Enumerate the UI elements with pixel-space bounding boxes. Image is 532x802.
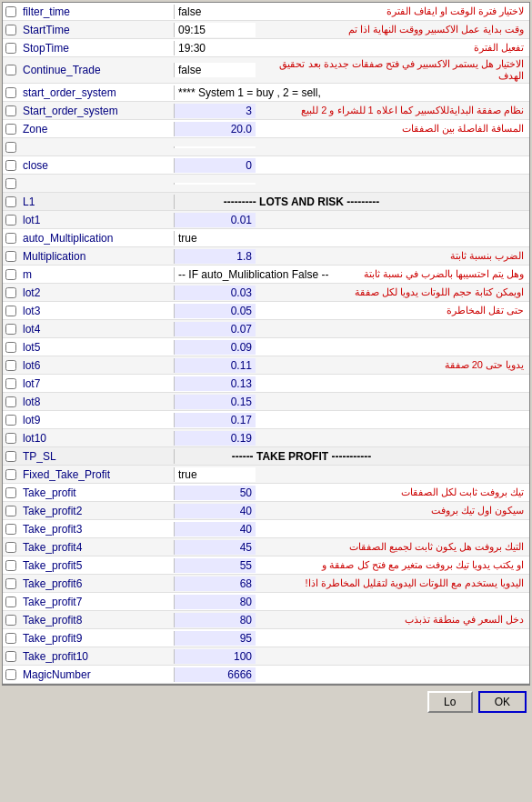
checkbox-Start_order_system[interactable] (3, 105, 19, 117)
param-value-Take_profit2[interactable]: 40 (174, 504, 256, 518)
checkbox-filter_time[interactable] (3, 5, 19, 18)
checkbox-lot1[interactable] (3, 214, 19, 226)
checkbox-Take_profit5[interactable] (3, 559, 19, 572)
checkbox-Take_profit9[interactable] (3, 632, 19, 645)
param-name-lot6: lot6 (19, 358, 174, 373)
checkbox-StopTime[interactable] (3, 42, 19, 55)
param-value-MagicNumber[interactable]: 6666 (174, 667, 256, 682)
checkbox-Take_profit2[interactable] (3, 505, 19, 517)
checkbox-Fixed_Take_Profit[interactable] (3, 468, 19, 481)
param-comment-filter_time: لاختيار فترة الوقت او ايقاف الفترة (256, 5, 529, 18)
param-value-Take_profit6[interactable]: 68 (174, 576, 256, 591)
param-value-Take_profit10[interactable]: 100 (174, 649, 256, 664)
checkbox-blank1[interactable] (3, 141, 19, 154)
param-name-StartTime: StartTime (19, 23, 174, 37)
param-value-lot3[interactable]: 0.05 (174, 304, 256, 318)
param-value-auto_Multiplication[interactable]: true (174, 231, 256, 246)
load-button[interactable]: Lo (427, 691, 473, 713)
param-value-filter_time[interactable]: false (174, 5, 256, 19)
checkbox-L1[interactable] (3, 195, 19, 208)
checkbox-lot2[interactable] (3, 286, 19, 299)
checkbox-Continue_Trade[interactable] (3, 64, 19, 76)
checkbox-lot4[interactable] (3, 323, 19, 336)
param-value-lot8[interactable]: 0.15 (174, 395, 256, 409)
param-value-Take_profit7[interactable]: 80 (174, 595, 256, 609)
param-value-TP_SL[interactable]: ------ TAKE PROFIT ----------- (174, 449, 428, 464)
param-value-Fixed_Take_Profit[interactable]: true (174, 467, 256, 482)
checkbox-Take_profit[interactable] (3, 486, 19, 499)
checkbox-lot7[interactable] (3, 377, 19, 390)
param-value-lot5[interactable]: 0.09 (174, 340, 256, 355)
checkbox-lot8[interactable] (3, 396, 19, 408)
param-value-Take_profit[interactable]: 50 (174, 486, 256, 500)
checkbox-blank3[interactable] (3, 177, 19, 190)
param-value-blank1[interactable] (174, 146, 256, 148)
param-name-lot10: lot10 (19, 431, 174, 446)
checkbox-auto_Multiplication[interactable] (3, 232, 19, 245)
param-value-Take_profit8[interactable]: 80 (174, 613, 256, 627)
checkbox-start_order_system[interactable] (3, 86, 19, 99)
checkbox-Take_profit7[interactable] (3, 596, 19, 608)
param-comment-m: وهل يتم احتسيبها بالضرب في نسبة ثابتة (356, 267, 529, 281)
param-value-lot4[interactable]: 0.07 (174, 322, 256, 336)
checkbox-blank2[interactable] (3, 159, 19, 172)
param-comment-StartTime: وقت بداية عمل الاكسبير ووقت النهاية اذا … (256, 23, 529, 36)
checkbox-Multiplication[interactable] (3, 250, 19, 263)
param-comment-Take_profit9 (256, 637, 529, 639)
param-name-lot1: lot1 (19, 213, 174, 227)
param-value-L1[interactable]: --------- LOTS AND RISK --------- (174, 195, 428, 209)
checkbox-Take_profit10[interactable] (3, 650, 19, 663)
param-value-Take_profit4[interactable]: 45 (174, 540, 256, 555)
checkbox-StartTime[interactable] (3, 24, 19, 36)
param-comment-Zone: المسافة الفاصلة بين الصفقات (256, 122, 529, 135)
param-name-lot2: lot2 (19, 286, 174, 300)
param-value-lot2[interactable]: 0.03 (174, 286, 256, 300)
param-name-MagicNumber: MagicNumber (19, 667, 174, 682)
param-value-m[interactable]: -- IF auto_Muliblication False -- (174, 267, 356, 282)
param-name-Take_profit9: Take_profit9 (19, 631, 174, 646)
checkbox-MagicNumber[interactable] (3, 668, 19, 681)
param-name-Take_profit10: Take_profit10 (19, 649, 174, 664)
ok-button[interactable]: OK (478, 691, 527, 713)
checkbox-TP_SL[interactable] (3, 450, 19, 463)
checkbox-m[interactable] (3, 268, 19, 281)
param-value-lot10[interactable]: 0.19 (174, 431, 256, 446)
param-name-start_order_system: start_order_system (19, 85, 174, 100)
checkbox-lot5[interactable] (3, 341, 19, 354)
param-value-lot7[interactable]: 0.13 (174, 376, 256, 391)
param-comment-lot9 (256, 419, 529, 421)
param-value-Start_order_system[interactable]: 3 (174, 104, 256, 118)
param-value-StopTime[interactable]: 19:30 (174, 41, 256, 55)
param-value-Take_profit9[interactable]: 95 (174, 631, 256, 646)
param-value-start_order_system[interactable]: **** System 1 = buy , 2 = sell, (174, 85, 356, 100)
param-value-lot6[interactable]: 0.11 (174, 358, 256, 373)
param-value-StartTime[interactable]: 09:15 (174, 23, 256, 37)
param-value-Multiplication[interactable]: 1.8 (174, 249, 256, 264)
param-comment-Fixed_Take_Profit (256, 474, 529, 476)
param-value-blank2[interactable]: 0 (174, 158, 256, 173)
param-name-Zone: Zone (19, 122, 174, 136)
param-value-Take_profit3[interactable]: 40 (174, 522, 256, 536)
param-value-Take_profit5[interactable]: 55 (174, 558, 256, 573)
checkbox-Take_profit6[interactable] (3, 577, 19, 590)
checkbox-lot9[interactable] (3, 414, 19, 426)
param-value-lot1[interactable]: 0.01 (174, 213, 256, 227)
param-value-Zone[interactable]: 20.0 (174, 122, 256, 136)
param-name-Multiplication: Multiplication (19, 249, 174, 264)
param-value-Continue_Trade[interactable]: false (174, 63, 256, 77)
param-name-Take_profit2: Take_profit2 (19, 504, 174, 518)
param-comment-Take_profit4: التيك بروفت هل يكون ثابت لجميع الصفقات (256, 540, 529, 554)
checkbox-Take_profit3[interactable] (3, 523, 19, 536)
param-comment-Continue_Trade: الاختيار هل يستمر الاكسبير في فتح صفقات … (256, 57, 529, 83)
checkbox-lot3[interactable] (3, 305, 19, 317)
param-name-Continue_Trade: Continue_Trade (19, 63, 174, 77)
checkbox-Take_profit4[interactable] (3, 541, 19, 554)
param-value-lot9[interactable]: 0.17 (174, 413, 256, 427)
param-value-blank3[interactable] (174, 183, 256, 185)
checkbox-lot6[interactable] (3, 359, 19, 372)
checkbox-lot10[interactable] (3, 432, 19, 445)
checkbox-Take_profit8[interactable] (3, 614, 19, 627)
checkbox-Zone[interactable] (3, 123, 19, 135)
param-comment-Take_profit10 (256, 656, 529, 657)
param-comment-Take_profit: تيك بروفت ثابت لكل الصفقات (256, 486, 529, 499)
